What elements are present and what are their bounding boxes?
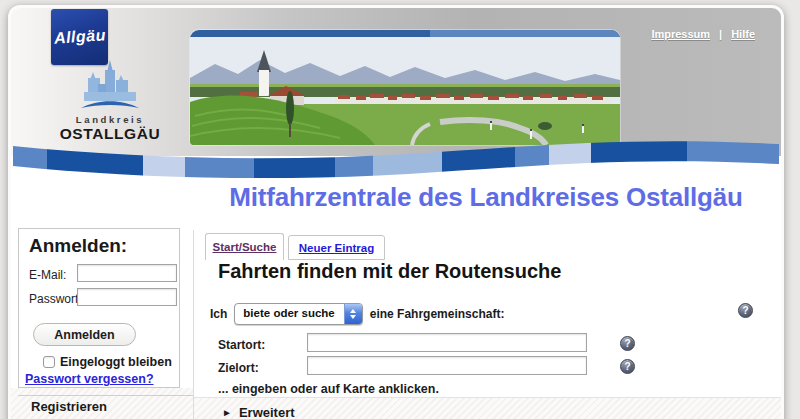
mode-select-value: biete oder suche — [235, 304, 343, 324]
advanced-section: ► Erweitert — [194, 397, 781, 419]
advanced-label: Erweitert — [239, 405, 295, 419]
email-label: E-Mail: — [29, 268, 66, 282]
startort-label: Startort: — [218, 338, 265, 352]
hilfe-link[interactable]: Hilfe — [731, 28, 755, 40]
content-heading: Fahrten finden mit der Routensuche — [218, 260, 561, 283]
tab-start-suche[interactable]: Start/Suche — [205, 233, 284, 260]
tab-neuer-eintrag[interactable]: Neuer Eintrag — [288, 235, 385, 260]
advanced-toggle[interactable]: ► Erweitert — [222, 405, 295, 419]
landkreis-ostallgaeu-logo: Landkreis OSTALLGÄU — [55, 58, 165, 143]
decorative-wave-band — [13, 134, 779, 178]
sidebar-divider — [18, 395, 193, 396]
object-label: eine Fahrgemeinschaft: — [370, 307, 505, 321]
content-divider — [193, 230, 194, 419]
mode-select[interactable]: biete oder suche — [234, 303, 362, 325]
site-card: Impressum | Hilfe Allgäu Landkreis OSTAL… — [8, 5, 784, 419]
zielort-input[interactable] — [307, 356, 587, 375]
password-label: Passwort: — [29, 292, 82, 306]
subject-label: Ich — [210, 307, 227, 321]
link-separator: | — [719, 28, 722, 40]
help-icon-startort[interactable]: ? — [620, 336, 635, 351]
impressum-link[interactable]: Impressum — [651, 28, 710, 40]
login-heading: Anmelden: — [29, 235, 127, 257]
email-field[interactable] — [77, 264, 177, 282]
select-stepper-icon[interactable] — [344, 304, 362, 324]
triangle-right-icon: ► — [222, 407, 232, 418]
allgaeu-logo-text: Allgäu — [53, 26, 106, 48]
landscape-illustration — [190, 30, 620, 145]
help-icon-zielort[interactable]: ? — [620, 359, 635, 374]
header-links: Impressum | Hilfe — [651, 28, 755, 40]
forgot-password-link[interactable]: Passwort vergessen? — [25, 372, 154, 386]
register-heading: Registrieren — [31, 399, 107, 414]
mode-row: Ich biete oder suche eine Fahrgemeinscha… — [210, 303, 504, 325]
landkreis-label: Landkreis — [55, 114, 165, 125]
allgaeu-logo: Allgäu — [51, 9, 108, 65]
tab-neuer-eintrag-label[interactable]: Neuer Eintrag — [299, 242, 374, 254]
help-icon-mode[interactable]: ? — [738, 303, 753, 318]
header-photo — [190, 30, 620, 145]
stay-logged-in-checkbox[interactable] — [43, 356, 55, 368]
login-button[interactable]: Anmelden — [33, 323, 136, 346]
startort-input[interactable] — [307, 333, 587, 352]
castle-icon — [78, 58, 142, 112]
login-panel: Anmelden: E-Mail: Passwort: Anmelden Ein… — [18, 228, 180, 388]
header: Impressum | Hilfe Allgäu Landkreis OSTAL… — [11, 8, 781, 156]
tab-start-suche-label[interactable]: Start/Suche — [213, 241, 277, 253]
zielort-label: Zielort: — [218, 361, 259, 375]
password-field[interactable] — [77, 288, 177, 306]
stay-logged-in-label: Eingeloggt bleiben — [60, 355, 172, 369]
page-title: Mitfahrzentrale des Landkreises Ostallgä… — [191, 182, 781, 213]
map-hint-text: ... eingeben oder auf Karte anklicken. — [218, 382, 439, 396]
